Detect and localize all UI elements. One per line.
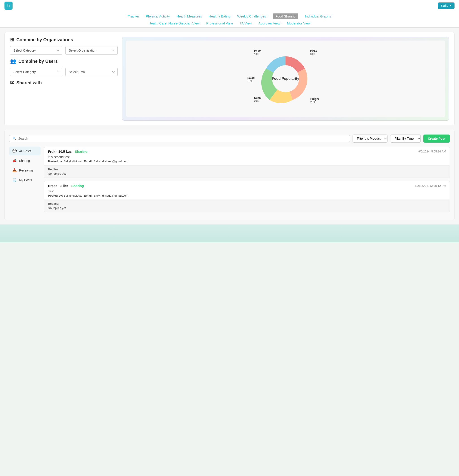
users-icon: 👥 bbox=[10, 58, 16, 64]
combine-orgs-row: Select Category Select Organization bbox=[10, 46, 118, 55]
users-category-select[interactable]: Select Category bbox=[10, 68, 62, 76]
top-navigation: h Sally ▾ Tracker Physical Activity Heal… bbox=[0, 0, 459, 28]
app-logo: h bbox=[4, 1, 13, 10]
combine-orgs-heading: ⊞ Combine by Organizations bbox=[10, 37, 118, 42]
sidebar-item-sharing[interactable]: 📣 Sharing bbox=[9, 156, 41, 165]
user-menu-button[interactable]: Sally ▾ bbox=[438, 2, 455, 9]
receiving-icon: 📥 bbox=[12, 168, 17, 172]
chart-inner: Food Popularity Pizza 30% Burger 25% Sus… bbox=[126, 41, 445, 117]
posts-toolbar: 🔍 Filter by: Product Filter By Time Crea… bbox=[9, 135, 450, 143]
sharing-badge: Sharing bbox=[71, 184, 84, 188]
posts-layout: 💬 All Posts 📣 Sharing 📥 Receiving 🗒️ My … bbox=[9, 147, 450, 215]
my-posts-icon: 🗒️ bbox=[12, 178, 17, 182]
my-posts-label: My Posts bbox=[19, 178, 32, 182]
chart-label-salad: Salad 15% bbox=[247, 76, 255, 82]
post-title: Bread - 3 lbs Sharing bbox=[48, 184, 84, 188]
nav-approver-view[interactable]: Approver View bbox=[259, 21, 280, 25]
post-body: it is second test Posted by: SallyIndivi… bbox=[44, 155, 450, 165]
combine-users-heading: 👥 Combine by Users bbox=[10, 58, 118, 64]
posts-sidebar: 💬 All Posts 📣 Sharing 📥 Receiving 🗒️ My … bbox=[9, 147, 41, 215]
post-date: 9/6/2024, 5:55:16 AM bbox=[418, 150, 446, 153]
posts-section: 🔍 Filter by: Product Filter By Time Crea… bbox=[4, 130, 455, 220]
chart-label-pizza: Pizza 30% bbox=[310, 50, 317, 55]
donut-chart: Food Popularity Pizza 30% Burger 25% Sus… bbox=[247, 45, 324, 112]
nav-physical-activity[interactable]: Physical Activity bbox=[146, 14, 170, 18]
post-card: Bread - 3 lbs Sharing 8/28/2024, 12:08:1… bbox=[44, 181, 450, 212]
bottom-gradient bbox=[0, 224, 459, 242]
envelope-icon: ✉ bbox=[10, 80, 14, 86]
filter-product-select[interactable]: Filter by: Product bbox=[352, 135, 387, 143]
grid-icon: ⊞ bbox=[10, 37, 14, 42]
sharing-label: Sharing bbox=[19, 159, 30, 162]
sidebar-item-receiving[interactable]: 📥 Receiving bbox=[9, 166, 41, 175]
post-meta: Posted by: SallyIndividual Email: SallyI… bbox=[48, 194, 446, 197]
donut-svg bbox=[254, 47, 317, 110]
shared-with-label: Shared with bbox=[16, 80, 42, 85]
nav-ta-view[interactable]: TA View bbox=[240, 21, 252, 25]
shared-with-section: ✉ Shared with bbox=[10, 80, 118, 86]
combine-left-panel: ⊞ Combine by Organizations Select Catego… bbox=[10, 37, 118, 121]
user-name-label: Sally bbox=[441, 4, 448, 8]
primary-nav: Tracker Physical Activity Health Measure… bbox=[4, 11, 455, 20]
secondary-nav: Health Care, Nurse-Dietician View Profes… bbox=[4, 20, 455, 27]
shared-with-heading: ✉ Shared with bbox=[10, 80, 118, 86]
chart-container: Food Popularity Pizza 30% Burger 25% Sus… bbox=[122, 37, 449, 121]
post-card: Fruit - 10.5 kgs Sharing 9/6/2024, 5:55:… bbox=[44, 147, 450, 178]
post-date: 8/28/2024, 12:08:12 PM bbox=[415, 184, 446, 187]
search-icon: 🔍 bbox=[13, 137, 16, 140]
nav-healthy-eating[interactable]: Healthy Eating bbox=[209, 14, 231, 18]
nav-moderator-view[interactable]: Moderator View bbox=[287, 21, 310, 25]
combine-users-row: Select Category Select Email bbox=[10, 68, 118, 76]
post-header: Fruit - 10.5 kgs Sharing 9/6/2024, 5:55:… bbox=[44, 147, 450, 155]
chart-label-burger: Burger 25% bbox=[310, 98, 319, 103]
post-meta: Posted by: SallyIndividual Email: SallyI… bbox=[48, 160, 446, 163]
combine-users-label: Combine by Users bbox=[18, 59, 58, 64]
post-title: Fruit - 10.5 kgs Sharing bbox=[48, 150, 87, 153]
search-container: 🔍 bbox=[9, 135, 350, 142]
svg-point-0 bbox=[272, 65, 299, 92]
chart-label-sushi: Sushi 20% bbox=[254, 96, 262, 102]
combine-users-section: 👥 Combine by Users Select Category Selec… bbox=[10, 58, 118, 76]
combine-orgs-label: Combine by Organizations bbox=[16, 37, 73, 42]
orgs-category-select[interactable]: Select Category bbox=[10, 46, 62, 55]
create-post-button[interactable]: Create Post bbox=[423, 135, 450, 143]
orgs-organization-select[interactable]: Select Organization bbox=[66, 46, 118, 55]
main-content: ⊞ Combine by Organizations Select Catego… bbox=[0, 28, 459, 224]
filter-time-select[interactable]: Filter By Time bbox=[390, 135, 421, 143]
all-posts-icon: 💬 bbox=[12, 149, 17, 153]
nav-health-care[interactable]: Health Care, Nurse-Dietician View bbox=[149, 21, 200, 25]
nav-health-measures[interactable]: Health Measures bbox=[177, 14, 202, 18]
nav-food-sharing[interactable]: Food Sharing bbox=[273, 13, 298, 19]
post-replies: Replies: No replies yet. bbox=[44, 165, 450, 178]
chart-label-pasta: Pasta 10% bbox=[254, 50, 261, 55]
post-replies: Replies: No replies yet. bbox=[44, 200, 450, 212]
sharing-badge: Sharing bbox=[75, 150, 87, 153]
sidebar-item-my-posts[interactable]: 🗒️ My Posts bbox=[9, 176, 41, 184]
post-body: Test Posted by: SallyIndividual Email: S… bbox=[44, 189, 450, 200]
posts-list: Fruit - 10.5 kgs Sharing 9/6/2024, 5:55:… bbox=[44, 147, 450, 215]
sharing-icon: 📣 bbox=[12, 159, 17, 163]
all-posts-label: All Posts bbox=[19, 149, 31, 153]
nav-weekly-challenges[interactable]: Weekly Challenges bbox=[237, 14, 266, 18]
receiving-label: Receiving bbox=[19, 169, 33, 172]
sidebar-item-all-posts[interactable]: 💬 All Posts bbox=[9, 147, 41, 155]
nav-professional-view[interactable]: Professional View bbox=[206, 21, 233, 25]
search-input[interactable] bbox=[18, 137, 346, 140]
chevron-down-icon: ▾ bbox=[450, 4, 451, 7]
nav-individual-graphs[interactable]: Individual Graphs bbox=[305, 14, 331, 18]
post-header: Bread - 3 lbs Sharing 8/28/2024, 12:08:1… bbox=[44, 181, 450, 189]
users-email-select[interactable]: Select Email bbox=[66, 68, 118, 76]
combine-section: ⊞ Combine by Organizations Select Catego… bbox=[4, 32, 455, 125]
nav-tracker[interactable]: Tracker bbox=[128, 14, 139, 18]
